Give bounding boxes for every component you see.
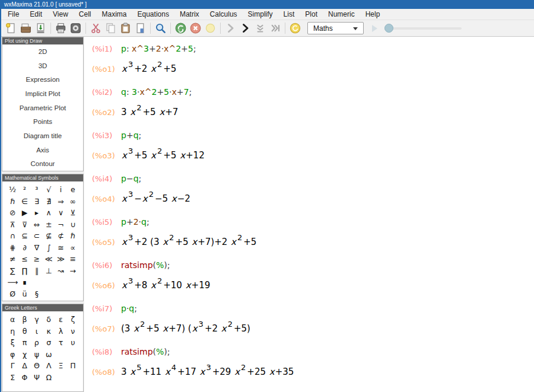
menu-item-matrix[interactable]: Matrix (174, 9, 205, 20)
symbol-button[interactable]: ▶ (18, 207, 30, 219)
evaluate-current-button[interactable] (223, 21, 238, 36)
greek-letter-button[interactable]: Φ (18, 372, 30, 384)
worksheet[interactable]: (%i1)p: x^3+2·x^2+5;(%o1)x3+2 x2+5(%i2)q… (84, 37, 534, 392)
symbol-button[interactable]: ≅ (55, 242, 66, 254)
plot-button-implicit-plot[interactable]: Implicit Plot (2, 87, 83, 101)
paste-button[interactable] (118, 21, 133, 36)
greek-letter-button[interactable]: Λ (43, 360, 55, 372)
plot-button-3d[interactable]: 3D (2, 59, 83, 73)
menu-item-edit[interactable]: Edit (24, 9, 47, 20)
greek-letter-button[interactable]: Π (67, 360, 79, 372)
greek-letter-button[interactable]: τ (55, 337, 66, 349)
symbol-button[interactable]: ↝ (55, 265, 66, 277)
save-document-button[interactable] (33, 21, 48, 36)
symbol-button[interactable]: ± (43, 219, 55, 231)
evaluate-till-here-button[interactable] (253, 21, 268, 36)
greek-letter-button[interactable]: Γ (7, 360, 18, 372)
menu-item-list[interactable]: List (278, 9, 300, 20)
pane-header-greek-letters[interactable]: Greek Letters (2, 304, 83, 311)
symbol-button[interactable]: § (31, 288, 43, 300)
pane-header-mathematical-symbols[interactable]: Mathematical Symbols (2, 174, 83, 181)
menu-item-simplify[interactable]: Simplify (243, 9, 278, 20)
symbol-button[interactable]: ∩ (7, 230, 18, 242)
input-code[interactable]: p+2·q; (121, 217, 150, 227)
symbol-button[interactable]: ⊻ (67, 207, 79, 219)
symbol-button[interactable]: ⋕ (7, 242, 18, 254)
plot-button-contour[interactable]: Contour (2, 157, 83, 171)
symbol-button[interactable]: ⇒ (55, 196, 66, 208)
greek-letter-button[interactable]: Θ (31, 360, 43, 372)
play-animation-button[interactable] (372, 25, 377, 32)
slider-knob[interactable] (384, 24, 393, 33)
greek-letter-button[interactable]: β (18, 314, 30, 326)
menu-item-help[interactable]: Help (360, 9, 386, 20)
greek-letter-button[interactable]: ι (31, 326, 43, 337)
menu-item-maxima[interactable]: Maxima (97, 9, 132, 20)
symbol-button[interactable]: ∨ (55, 207, 66, 219)
plot-button-2d[interactable]: 2D (2, 44, 83, 59)
plot-button-parametric-plot[interactable]: Parametric Plot (2, 101, 83, 115)
greek-letter-button[interactable]: α (7, 314, 18, 326)
animation-slider[interactable] (384, 27, 462, 30)
greek-letter-button[interactable]: ζ (67, 314, 79, 326)
greek-letter-button[interactable]: Ξ (55, 360, 66, 372)
greek-letter-button[interactable]: γ (31, 314, 43, 326)
symbol-button[interactable]: ∇ (31, 242, 43, 254)
greek-letter-button[interactable]: η (7, 326, 18, 337)
title-bar[interactable]: wxMaxima 21.01.0 [ unsaved* ] (1, 0, 534, 9)
greek-letter-button[interactable]: Ψ (31, 372, 43, 384)
greek-letter-button[interactable]: ξ (7, 337, 18, 349)
symbol-button[interactable]: ∫ (43, 242, 55, 254)
evaluate-all-button[interactable] (238, 21, 253, 36)
symbol-button[interactable]: ≠ (7, 253, 18, 265)
status-light-button[interactable] (203, 21, 218, 36)
symbol-button[interactable]: ℏ (67, 230, 79, 242)
menu-item-numeric[interactable]: Numeric (323, 9, 360, 20)
evaluate-rest-button[interactable] (268, 21, 282, 36)
greek-letter-button[interactable]: ν (67, 326, 79, 337)
symbol-button[interactable]: ∄ (43, 196, 55, 208)
print-button[interactable] (53, 21, 68, 36)
symbol-button[interactable]: ² (18, 184, 30, 196)
configure-button[interactable] (68, 21, 83, 36)
symbol-button[interactable]: ∑ (7, 265, 18, 277)
symbol-button[interactable]: ≡ (67, 253, 79, 265)
symbol-button[interactable]: ∧ (43, 207, 55, 219)
input-code[interactable]: ratsimp(%); (121, 260, 170, 270)
greek-letter-button[interactable]: υ (67, 337, 79, 349)
symbol-button[interactable]: ¬ (55, 219, 66, 231)
symbol-button[interactable]: ⊈ (43, 230, 55, 242)
symbol-button[interactable]: ∝ (67, 242, 79, 254)
symbol-button[interactable]: ∞ (67, 196, 79, 208)
symbol-button[interactable]: ≥ (31, 253, 43, 265)
greek-letter-button[interactable]: λ (55, 326, 66, 337)
greek-letter-button[interactable]: χ (18, 349, 30, 361)
plot-button-diagram-title[interactable]: Diagram title (2, 129, 83, 143)
symbol-button[interactable]: ∂ (18, 242, 30, 254)
symbol-button[interactable]: ⟶ (7, 276, 18, 288)
cell-style-dropdown[interactable]: Maths (307, 22, 364, 34)
open-document-button[interactable] (18, 21, 33, 36)
plot-button-points[interactable]: Points (2, 114, 83, 129)
greek-letter-button[interactable]: θ (18, 326, 30, 337)
greek-letter-button[interactable]: δ (43, 314, 55, 326)
symbol-button[interactable]: √ (43, 184, 55, 196)
symbol-button[interactable]: ≫ (55, 253, 66, 265)
input-code[interactable]: p·q; (121, 304, 137, 313)
new-document-button[interactable] (4, 21, 18, 36)
input-code[interactable]: ratsimp(%); (121, 347, 170, 356)
interrupt-button[interactable] (188, 21, 203, 36)
symbol-button[interactable]: ⊼ (7, 219, 18, 231)
symbol-button[interactable]: ³ (31, 184, 43, 196)
greek-letter-button[interactable]: Δ (18, 360, 30, 372)
help-button[interactable] (288, 21, 303, 36)
greek-letter-button[interactable]: ε (55, 314, 66, 326)
input-code[interactable]: p: x^3+2·x^2+5; (121, 44, 196, 53)
symbol-button[interactable]: ∏ (18, 265, 30, 277)
input-code[interactable]: p+q; (121, 130, 141, 140)
symbol-button[interactable]: ∪ (67, 219, 79, 231)
symbol-button[interactable]: ∥ (31, 265, 43, 277)
symbol-button[interactable]: ⊂ (31, 230, 43, 242)
symbol-button[interactable]: ⊽ (18, 219, 30, 231)
symbol-button[interactable]: ℏ (7, 196, 18, 208)
